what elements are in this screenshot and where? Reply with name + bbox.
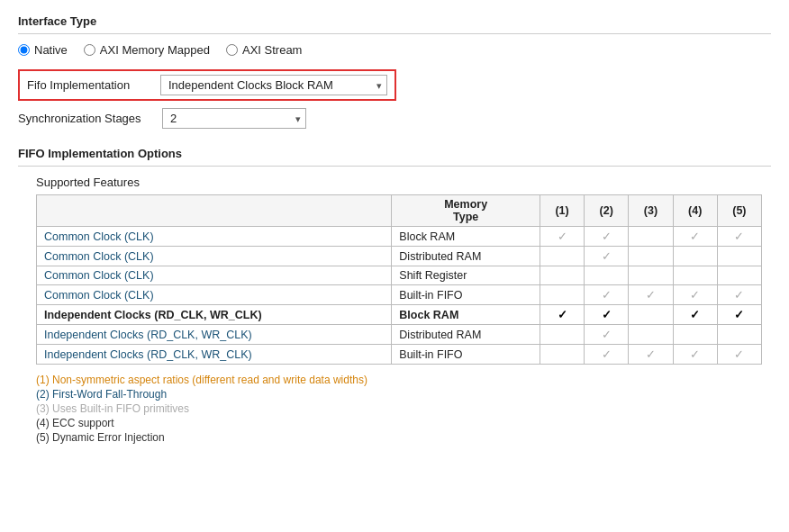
fifo-implementation-label: Fifo Implementation <box>27 78 153 92</box>
fifo-implementation-row: Fifo Implementation Independent Clocks B… <box>18 69 396 101</box>
radio-axi-stream[interactable]: AXI Stream <box>226 43 302 57</box>
cell-memory: Distributed RAM <box>392 247 540 266</box>
cell-memory: Built-in FIFO <box>392 345 540 365</box>
cell-check-1 <box>540 285 584 305</box>
cell-feature[interactable]: Common Clock (CLK) <box>37 227 392 247</box>
cell-feature[interactable]: Common Clock (CLK) <box>37 266 392 285</box>
cell-check-3 <box>629 227 673 247</box>
sync-stages-select[interactable]: 1 2 3 4 <box>162 108 306 129</box>
table-row: Common Clock (CLK)Shift Register <box>37 266 762 285</box>
radio-native[interactable]: Native <box>18 43 68 57</box>
cell-check-1 <box>540 345 584 365</box>
cell-feature[interactable]: Common Clock (CLK) <box>37 285 392 305</box>
fifo-table: MemoryType (1) (2) (3) (4) (5) Common Cl… <box>36 194 762 365</box>
table-header-row: MemoryType (1) (2) (3) (4) (5) <box>37 195 762 227</box>
fifo-table-wrapper: MemoryType (1) (2) (3) (4) (5) Common Cl… <box>36 194 762 365</box>
col-header-5: (5) <box>717 195 761 227</box>
interface-type-title: Interface Type <box>18 14 771 28</box>
footnotes: (1) Non-symmetric aspect ratios (differe… <box>36 374 771 444</box>
sync-stages-select-wrapper: 1 2 3 4 ▾ <box>162 108 306 129</box>
cell-check-2: ✓ <box>585 285 629 305</box>
interface-type-options: Native AXI Memory Mapped AXI Stream <box>18 43 771 57</box>
cell-check-4: ✓ <box>673 345 717 365</box>
sync-stages-row: Synchronization Stages 1 2 3 4 ▾ <box>18 108 771 129</box>
col-header-3: (3) <box>629 195 673 227</box>
radio-native-label: Native <box>34 43 68 57</box>
footnote-5: (5) Dynamic Error Injection <box>36 431 771 444</box>
fifo-options-section: FIFO Implementation Options Supported Fe… <box>18 147 771 365</box>
cell-check-2: ✓ <box>585 345 629 365</box>
divider-2 <box>18 166 771 167</box>
cell-check-3: ✓ <box>629 345 673 365</box>
fifo-options-title: FIFO Implementation Options <box>18 147 771 160</box>
cell-check-5: ✓ <box>717 285 761 305</box>
cell-check-4: ✓ <box>673 285 717 305</box>
cell-memory: Block RAM <box>392 305 540 325</box>
interface-type-section: Interface Type Native AXI Memory Mapped … <box>18 14 771 57</box>
col-header-feature <box>37 195 392 227</box>
cell-check-2: ✓ <box>585 325 629 345</box>
cell-check-4 <box>673 247 717 266</box>
cell-check-2: ✓ <box>585 247 629 266</box>
col-header-memory: MemoryType <box>392 195 540 227</box>
cell-check-4 <box>673 266 717 285</box>
cell-check-1 <box>540 266 584 285</box>
cell-check-5 <box>717 247 761 266</box>
cell-memory: Built-in FIFO <box>392 285 540 305</box>
footnote-2: (2) First-Word Fall-Through <box>36 388 771 401</box>
table-row: Independent Clocks (RD_CLK, WR_CLK)Block… <box>37 305 762 325</box>
cell-check-1: ✓ <box>540 227 584 247</box>
radio-axi-mm-label: AXI Memory Mapped <box>100 43 210 57</box>
footnote-4: (4) ECC support <box>36 417 771 429</box>
cell-check-3 <box>629 247 673 266</box>
cell-check-4: ✓ <box>673 227 717 247</box>
cell-feature: Independent Clocks (RD_CLK, WR_CLK) <box>37 305 392 325</box>
col-header-1: (1) <box>540 195 584 227</box>
cell-check-1 <box>540 247 584 266</box>
cell-check-4: ✓ <box>673 305 717 325</box>
cell-check-5: ✓ <box>717 227 761 247</box>
cell-check-3: ✓ <box>629 285 673 305</box>
table-row: Common Clock (CLK)Built-in FIFO✓✓✓✓ <box>37 285 762 305</box>
cell-check-5 <box>717 266 761 285</box>
fifo-implementation-select[interactable]: Independent Clocks Block RAM Common Cloc… <box>160 75 387 95</box>
sync-stages-label: Synchronization Stages <box>18 112 162 125</box>
cell-feature[interactable]: Independent Clocks (RD_CLK, WR_CLK) <box>37 325 392 345</box>
cell-check-5: ✓ <box>717 305 761 325</box>
table-row: Common Clock (CLK)Block RAM✓✓✓✓ <box>37 227 762 247</box>
cell-feature[interactable]: Common Clock (CLK) <box>37 247 392 266</box>
table-row: Independent Clocks (RD_CLK, WR_CLK)Distr… <box>37 325 762 345</box>
cell-check-3 <box>629 325 673 345</box>
cell-memory: Distributed RAM <box>392 325 540 345</box>
radio-axi-mm[interactable]: AXI Memory Mapped <box>84 43 210 57</box>
cell-memory: Block RAM <box>392 227 540 247</box>
cell-memory: Shift Register <box>392 266 540 285</box>
cell-check-3 <box>629 305 673 325</box>
cell-check-1: ✓ <box>540 305 584 325</box>
divider-1 <box>18 33 771 34</box>
cell-check-3 <box>629 266 673 285</box>
cell-check-2: ✓ <box>585 305 629 325</box>
cell-feature[interactable]: Independent Clocks (RD_CLK, WR_CLK) <box>37 345 392 365</box>
cell-check-5 <box>717 325 761 345</box>
radio-axi-stream-label: AXI Stream <box>242 43 302 57</box>
table-row: Common Clock (CLK)Distributed RAM✓ <box>37 247 762 266</box>
col-header-2: (2) <box>585 195 629 227</box>
cell-check-1 <box>540 325 584 345</box>
footnote-1: (1) Non-symmetric aspect ratios (differe… <box>36 374 771 386</box>
footnote-3: (3) Uses Built-in FIFO primitives <box>36 402 771 415</box>
cell-check-2: ✓ <box>585 227 629 247</box>
supported-features-label: Supported Features <box>36 176 771 189</box>
cell-check-2 <box>585 266 629 285</box>
table-row: Independent Clocks (RD_CLK, WR_CLK)Built… <box>37 345 762 365</box>
col-header-4: (4) <box>673 195 717 227</box>
cell-check-4 <box>673 325 717 345</box>
cell-check-5: ✓ <box>717 345 761 365</box>
fifo-implementation-select-wrapper: Independent Clocks Block RAM Common Cloc… <box>160 75 387 95</box>
